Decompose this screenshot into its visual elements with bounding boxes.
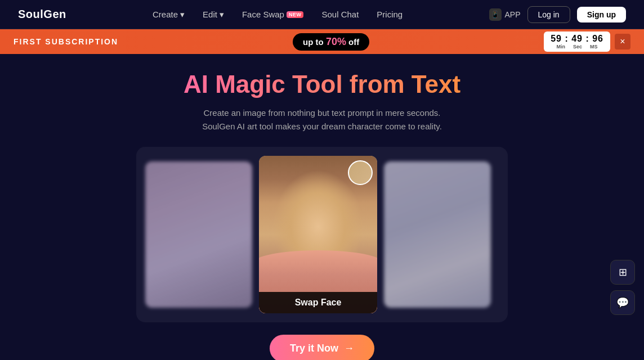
nav-right: 📱 APP Log in Sign up: [489, 6, 627, 23]
nav-pricing[interactable]: Pricing: [377, 10, 402, 19]
timer-labels: Min Sec MS: [557, 44, 598, 50]
showcase-card-left: [145, 161, 252, 308]
showcase-image-left: [145, 161, 252, 308]
promo-center: up to 70% off: [293, 33, 369, 51]
arrow-icon: →: [344, 343, 354, 354]
nav-links: Create ▾ Edit ▾ Face Swap NEW Soul Chat …: [153, 10, 402, 20]
showcase-card-center[interactable]: Swap Face: [259, 156, 377, 313]
showcase-image-right: [384, 161, 491, 308]
side-app-button[interactable]: ⊞: [610, 260, 635, 285]
brand-logo[interactable]: SoulGen: [18, 8, 66, 21]
nav-app-button[interactable]: 📱 APP: [489, 8, 521, 21]
timer-display: 59 : 49 : 96: [551, 34, 603, 44]
side-buttons: ⊞ 💬: [610, 260, 635, 315]
app-grid-icon: ⊞: [619, 266, 627, 278]
signup-button[interactable]: Sign up: [577, 7, 626, 22]
nav-soulchat[interactable]: Soul Chat: [321, 10, 359, 19]
promo-left-text: FIRST SUBSCRIPTION: [14, 37, 118, 46]
nav-create[interactable]: Create ▾: [153, 10, 185, 20]
nav-edit[interactable]: Edit ▾: [203, 10, 224, 20]
promo-timer: 59 : 49 : 96 Min Sec MS: [544, 32, 610, 52]
showcase-image-center: [259, 156, 377, 313]
swap-face-label[interactable]: Swap Face: [259, 292, 377, 313]
main-content: AI Magic Tool from Text Create an image …: [0, 54, 644, 360]
login-button[interactable]: Log in: [527, 6, 570, 23]
promo-banner: FIRST SUBSCRIPTION up to 70% off 59 : 49…: [0, 29, 644, 54]
promo-pill: up to 70% off: [293, 33, 369, 51]
nav-faceswap[interactable]: Face Swap NEW: [242, 10, 304, 19]
showcase-card-right: [384, 161, 491, 308]
chat-icon: 💬: [616, 296, 629, 309]
promo-close-button[interactable]: ×: [615, 34, 630, 50]
showcase-container: Swap Face: [136, 147, 508, 322]
try-it-now-button[interactable]: Try it Now →: [270, 335, 374, 360]
navbar: SoulGen Create ▾ Edit ▾ Face Swap NEW So…: [0, 0, 644, 29]
hero-subtitle: Create an image from nothing but text pr…: [202, 106, 442, 133]
app-icon: 📱: [489, 8, 502, 21]
side-chat-button[interactable]: 💬: [610, 290, 635, 315]
swap-badge: [348, 160, 373, 185]
hero-title: AI Magic Tool from Text: [184, 70, 460, 100]
